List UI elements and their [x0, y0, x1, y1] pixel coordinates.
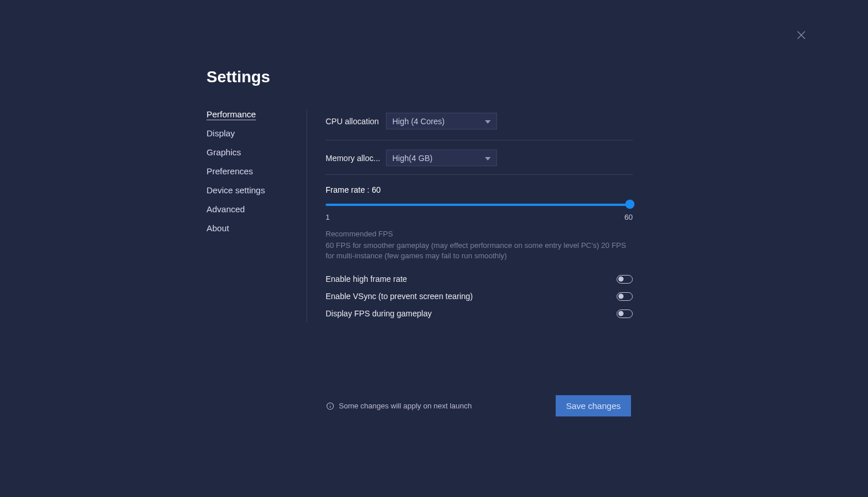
- select-value: High(4 GB): [392, 154, 433, 163]
- toggle-knob: [618, 294, 624, 299]
- toggle-row-high-frame-rate: Enable high frame rate: [326, 270, 633, 288]
- sidebar-item-about[interactable]: About: [207, 223, 307, 242]
- select-value: High (4 Cores): [392, 117, 445, 126]
- frame-rate-label: Frame rate : 60: [326, 185, 633, 194]
- page-title: Settings: [207, 68, 633, 86]
- sidebar-item-label: Device settings: [207, 185, 265, 195]
- sidebar-item-label: About: [207, 223, 229, 233]
- sidebar-item-label: Performance: [207, 109, 256, 120]
- footer-info: Some changes will apply on next launch: [326, 402, 472, 410]
- settings-footer: Some changes will apply on next launch S…: [326, 395, 631, 416]
- slider-min: 1: [326, 213, 330, 221]
- info-icon: [326, 402, 334, 410]
- toggle-row-vsync: Enable VSync (to prevent screen tearing): [326, 288, 633, 305]
- svg-point-4: [330, 404, 330, 404]
- toggle-knob: [618, 277, 624, 282]
- chevron-down-icon: [485, 154, 491, 163]
- sidebar-item-label: Graphics: [207, 147, 241, 157]
- memory-allocation-select[interactable]: High(4 GB): [386, 150, 497, 166]
- toggle-label: Enable VSync (to prevent screen tearing): [326, 292, 473, 301]
- toggle-high-frame-rate[interactable]: [617, 275, 633, 284]
- frame-rate-section: Frame rate : 60 1 60 Recommended FPS 60 …: [326, 175, 633, 322]
- toggle-label: Enable high frame rate: [326, 274, 407, 284]
- close-button[interactable]: [795, 29, 808, 41]
- save-changes-button[interactable]: Save changes: [556, 395, 631, 416]
- settings-main-panel: CPU allocation High (4 Cores) Memory all…: [307, 109, 633, 322]
- sidebar-item-performance[interactable]: Performance: [207, 109, 307, 128]
- fps-hint-body: 60 FPS for smoother gameplay (may effect…: [326, 240, 633, 261]
- settings-sidebar: Performance Display Graphics Preferences…: [207, 109, 307, 322]
- close-icon: [795, 29, 808, 41]
- memory-allocation-row: Memory alloc... High(4 GB): [326, 140, 633, 175]
- cpu-allocation-row: CPU allocation High (4 Cores): [326, 109, 633, 140]
- sidebar-item-graphics[interactable]: Graphics: [207, 147, 307, 166]
- memory-allocation-label: Memory alloc...: [326, 154, 386, 163]
- sidebar-item-label: Preferences: [207, 166, 253, 176]
- toggle-row-display-fps: Display FPS during gameplay: [326, 305, 633, 322]
- sidebar-item-label: Display: [207, 128, 235, 138]
- cpu-allocation-select[interactable]: High (4 Cores): [386, 113, 497, 129]
- sidebar-item-advanced[interactable]: Advanced: [207, 204, 307, 223]
- slider-max: 60: [625, 213, 633, 221]
- frame-rate-slider[interactable]: [326, 201, 633, 209]
- slider-thumb[interactable]: [625, 200, 634, 209]
- sidebar-item-preferences[interactable]: Preferences: [207, 166, 307, 185]
- toggle-vsync[interactable]: [617, 292, 633, 301]
- toggle-display-fps[interactable]: [617, 309, 633, 318]
- cpu-allocation-label: CPU allocation: [326, 117, 386, 126]
- sidebar-item-device-settings[interactable]: Device settings: [207, 185, 307, 204]
- sidebar-item-label: Advanced: [207, 204, 245, 214]
- fps-hint-title: Recommended FPS: [326, 230, 633, 238]
- footer-info-text: Some changes will apply on next launch: [339, 402, 472, 410]
- chevron-down-icon: [485, 117, 491, 126]
- slider-range-labels: 1 60: [326, 213, 633, 221]
- toggle-knob: [618, 311, 624, 316]
- slider-track: [326, 204, 633, 206]
- toggle-label: Display FPS during gameplay: [326, 309, 431, 318]
- sidebar-item-display[interactable]: Display: [207, 128, 307, 147]
